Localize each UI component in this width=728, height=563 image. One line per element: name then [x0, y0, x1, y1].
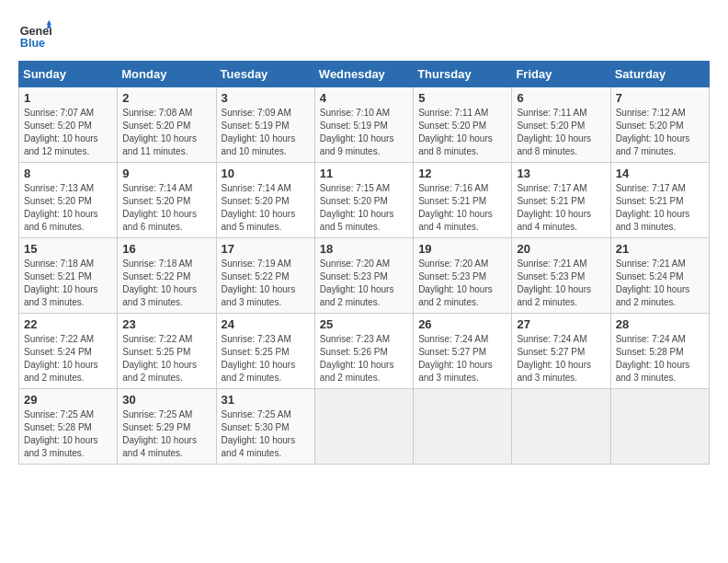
daylight-label: Daylight: 10 hours and 2 minutes.	[517, 284, 591, 307]
calendar-cell: 28 Sunrise: 7:24 AM Sunset: 5:28 PM Dayl…	[610, 314, 709, 389]
calendar-cell: 8 Sunrise: 7:13 AM Sunset: 5:20 PM Dayli…	[19, 163, 118, 238]
calendar-cell: 13 Sunrise: 7:17 AM Sunset: 5:21 PM Dayl…	[512, 163, 610, 238]
sunset-label: Sunset: 5:20 PM	[320, 196, 388, 206]
day-info: Sunrise: 7:20 AM Sunset: 5:23 PM Dayligh…	[418, 258, 506, 309]
sunrise-label: Sunrise: 7:24 AM	[517, 334, 586, 344]
daylight-label: Daylight: 10 hours and 3 minutes.	[24, 284, 98, 307]
day-number: 20	[517, 242, 605, 256]
day-info: Sunrise: 7:22 AM Sunset: 5:25 PM Dayligh…	[122, 333, 210, 385]
daylight-label: Daylight: 10 hours and 2 minutes.	[418, 284, 493, 307]
day-info: Sunrise: 7:25 AM Sunset: 5:30 PM Dayligh…	[222, 408, 310, 460]
weekday-header-friday: Friday	[512, 62, 610, 87]
sunrise-label: Sunrise: 7:24 AM	[616, 334, 686, 344]
calendar-cell: 12 Sunrise: 7:16 AM Sunset: 5:21 PM Dayl…	[414, 163, 512, 238]
day-info: Sunrise: 7:17 AM Sunset: 5:21 PM Dayligh…	[517, 182, 605, 234]
sunrise-label: Sunrise: 7:25 AM	[122, 409, 192, 419]
sunrise-label: Sunrise: 7:15 AM	[320, 183, 390, 193]
day-number: 17	[222, 242, 310, 256]
sunrise-label: Sunrise: 7:21 AM	[517, 259, 586, 269]
day-number: 30	[122, 393, 210, 407]
calendar-cell: 7 Sunrise: 7:12 AM Sunset: 5:20 PM Dayli…	[610, 87, 709, 163]
daylight-label: Daylight: 10 hours and 2 minutes.	[616, 284, 690, 307]
sunrise-label: Sunrise: 7:18 AM	[122, 259, 192, 269]
daylight-label: Daylight: 10 hours and 8 minutes.	[418, 133, 493, 156]
sunrise-label: Sunrise: 7:17 AM	[616, 183, 686, 193]
sunrise-label: Sunrise: 7:25 AM	[24, 409, 94, 419]
calendar-cell: 10 Sunrise: 7:14 AM Sunset: 5:20 PM Dayl…	[216, 163, 314, 238]
calendar-cell: 22 Sunrise: 7:22 AM Sunset: 5:24 PM Dayl…	[19, 314, 118, 389]
day-number: 27	[517, 317, 605, 331]
sunrise-label: Sunrise: 7:17 AM	[517, 183, 586, 193]
daylight-label: Daylight: 10 hours and 3 minutes.	[24, 435, 98, 458]
sunset-label: Sunset: 5:23 PM	[418, 271, 486, 282]
day-info: Sunrise: 7:10 AM Sunset: 5:19 PM Dayligh…	[320, 107, 408, 158]
daylight-label: Daylight: 10 hours and 6 minutes.	[24, 209, 98, 232]
calendar-cell: 20 Sunrise: 7:21 AM Sunset: 5:23 PM Dayl…	[512, 238, 610, 314]
day-info: Sunrise: 7:22 AM Sunset: 5:24 PM Dayligh…	[24, 333, 112, 385]
calendar-cell	[414, 389, 512, 465]
day-info: Sunrise: 7:11 AM Sunset: 5:20 PM Dayligh…	[418, 107, 506, 158]
day-number: 18	[320, 242, 408, 256]
logo: General Blue	[18, 18, 57, 52]
calendar-cell: 23 Sunrise: 7:22 AM Sunset: 5:25 PM Dayl…	[118, 314, 216, 389]
calendar-cell: 17 Sunrise: 7:19 AM Sunset: 5:22 PM Dayl…	[216, 238, 314, 314]
day-info: Sunrise: 7:23 AM Sunset: 5:26 PM Dayligh…	[320, 333, 408, 385]
sunrise-label: Sunrise: 7:22 AM	[122, 334, 192, 344]
calendar-row: 22 Sunrise: 7:22 AM Sunset: 5:24 PM Dayl…	[19, 314, 710, 389]
day-info: Sunrise: 7:13 AM Sunset: 5:20 PM Dayligh…	[24, 182, 112, 234]
day-number: 8	[24, 167, 112, 180]
sunset-label: Sunset: 5:20 PM	[616, 121, 684, 131]
day-info: Sunrise: 7:21 AM Sunset: 5:23 PM Dayligh…	[517, 258, 605, 309]
sunset-label: Sunset: 5:20 PM	[517, 121, 585, 131]
day-info: Sunrise: 7:24 AM Sunset: 5:27 PM Dayligh…	[517, 333, 605, 385]
day-number: 13	[517, 167, 605, 180]
sunrise-label: Sunrise: 7:19 AM	[222, 259, 291, 269]
daylight-label: Daylight: 10 hours and 3 minutes.	[616, 209, 690, 232]
day-info: Sunrise: 7:09 AM Sunset: 5:19 PM Dayligh…	[222, 107, 310, 158]
sunset-label: Sunset: 5:21 PM	[418, 196, 486, 206]
weekday-header-tuesday: Tuesday	[216, 62, 314, 87]
daylight-label: Daylight: 10 hours and 2 minutes.	[122, 360, 197, 383]
sunrise-label: Sunrise: 7:07 AM	[24, 108, 94, 118]
daylight-label: Daylight: 10 hours and 9 minutes.	[320, 133, 394, 156]
sunrise-label: Sunrise: 7:18 AM	[24, 259, 94, 269]
day-info: Sunrise: 7:25 AM Sunset: 5:28 PM Dayligh…	[24, 408, 112, 460]
sunset-label: Sunset: 5:24 PM	[616, 271, 684, 282]
sunrise-label: Sunrise: 7:20 AM	[418, 259, 488, 269]
day-number: 29	[24, 393, 112, 407]
day-number: 28	[616, 317, 704, 331]
sunset-label: Sunset: 5:26 PM	[320, 347, 388, 357]
calendar-cell: 5 Sunrise: 7:11 AM Sunset: 5:20 PM Dayli…	[414, 87, 512, 163]
calendar-cell	[314, 389, 413, 465]
calendar-cell: 26 Sunrise: 7:24 AM Sunset: 5:27 PM Dayl…	[414, 314, 512, 389]
sunset-label: Sunset: 5:25 PM	[122, 347, 190, 357]
sunrise-label: Sunrise: 7:25 AM	[222, 409, 291, 419]
calendar-cell: 11 Sunrise: 7:15 AM Sunset: 5:20 PM Dayl…	[314, 163, 413, 238]
day-info: Sunrise: 7:21 AM Sunset: 5:24 PM Dayligh…	[616, 258, 704, 309]
day-number: 19	[418, 242, 506, 256]
daylight-label: Daylight: 10 hours and 4 minutes.	[517, 209, 591, 232]
sunrise-label: Sunrise: 7:14 AM	[222, 183, 291, 193]
calendar-cell: 6 Sunrise: 7:11 AM Sunset: 5:20 PM Dayli…	[512, 87, 610, 163]
sunset-label: Sunset: 5:21 PM	[616, 196, 684, 206]
day-info: Sunrise: 7:07 AM Sunset: 5:20 PM Dayligh…	[24, 107, 112, 158]
day-number: 2	[122, 91, 210, 105]
sunrise-label: Sunrise: 7:11 AM	[418, 108, 488, 118]
day-number: 23	[122, 317, 210, 331]
day-info: Sunrise: 7:12 AM Sunset: 5:20 PM Dayligh…	[616, 107, 704, 158]
weekday-header-saturday: Saturday	[610, 62, 709, 87]
calendar-row: 29 Sunrise: 7:25 AM Sunset: 5:28 PM Dayl…	[19, 389, 710, 465]
day-info: Sunrise: 7:14 AM Sunset: 5:20 PM Dayligh…	[122, 182, 210, 234]
calendar-cell: 30 Sunrise: 7:25 AM Sunset: 5:29 PM Dayl…	[118, 389, 216, 465]
day-number: 15	[24, 242, 112, 256]
day-info: Sunrise: 7:14 AM Sunset: 5:20 PM Dayligh…	[222, 182, 310, 234]
daylight-label: Daylight: 10 hours and 4 minutes.	[222, 435, 296, 458]
page-header: General Blue	[18, 18, 710, 52]
daylight-label: Daylight: 10 hours and 8 minutes.	[517, 133, 591, 156]
day-info: Sunrise: 7:18 AM Sunset: 5:22 PM Dayligh…	[122, 258, 210, 309]
calendar-cell	[512, 389, 610, 465]
day-number: 10	[222, 167, 310, 180]
sunrise-label: Sunrise: 7:16 AM	[418, 183, 488, 193]
calendar-cell: 19 Sunrise: 7:20 AM Sunset: 5:23 PM Dayl…	[414, 238, 512, 314]
daylight-label: Daylight: 10 hours and 3 minutes.	[418, 360, 493, 383]
